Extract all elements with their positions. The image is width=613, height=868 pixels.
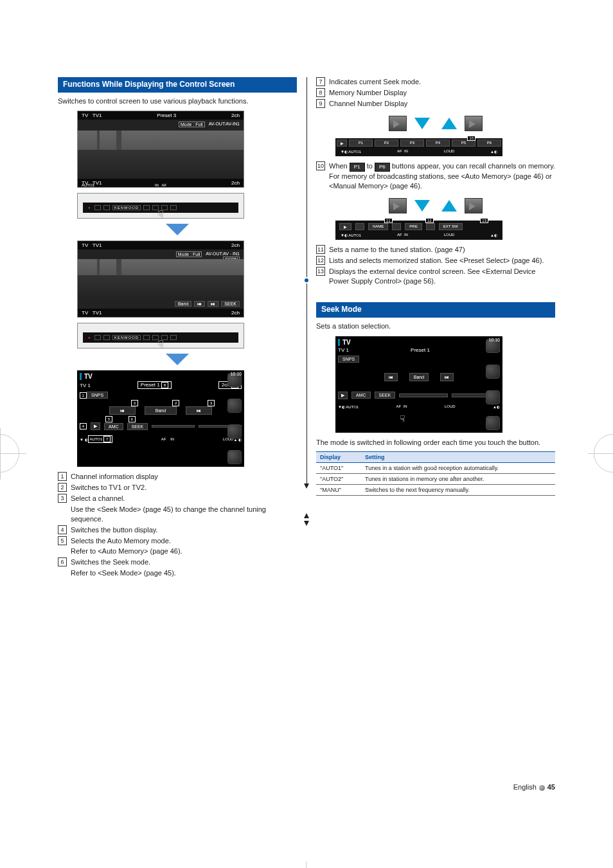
down-arrow-icon: [166, 224, 189, 235]
amc-button[interactable]: AMC: [104, 423, 123, 430]
crop-mark-left: [0, 434, 19, 473]
item-9: Channel Number Display: [329, 99, 407, 109]
preset-display: Preset 1 8: [138, 381, 172, 389]
shot1-mode: Mode : Full: [179, 122, 205, 127]
screenshot-control: 10:10 TV TV 1 Preset 1 8 2ch 9 1 SNPS: [77, 370, 244, 467]
item-5: Selects the Auto Memory mode.: [71, 536, 171, 546]
p6-button[interactable]: P6: [477, 140, 501, 147]
band-button[interactable]: Band: [175, 301, 191, 307]
intro-text: Switches to control screen to use variou…: [58, 96, 297, 106]
next-button[interactable]: ⏭: [440, 373, 454, 381]
device-strip-1: ● KENWOOD ☟: [77, 193, 244, 219]
name-button[interactable]: NAME: [368, 223, 388, 230]
p6-inline-button: P6: [375, 163, 390, 172]
shot1-avout: AV-OUT:AV-IN1: [209, 122, 240, 127]
snps-button[interactable]: SNPS: [87, 392, 108, 399]
p4-button[interactable]: P4: [426, 140, 450, 147]
band-button[interactable]: Band: [409, 373, 429, 381]
item-4: Switches the button display.: [71, 525, 158, 535]
touch-pointer-icon: ☟: [157, 208, 164, 221]
item-8: Memory Number Display: [329, 88, 407, 98]
prev-button[interactable]: ⏮: [384, 373, 398, 381]
item-13: Displays the external device control scr…: [329, 267, 555, 286]
touch-pointer-icon: ☟: [400, 413, 405, 424]
seek-intro: Sets a station selection.: [316, 321, 555, 331]
prev-button[interactable]: ⏮: [109, 406, 136, 415]
amc-button[interactable]: AMC: [351, 392, 371, 399]
p3-button[interactable]: P3: [400, 140, 424, 147]
shot1-tv1: TV1: [93, 113, 102, 118]
section-header-functions: Functions While Displaying the Control S…: [58, 77, 297, 93]
seek-mode-table: Display Setting "AUTO1"Tunes in a statio…: [316, 451, 555, 496]
screenshot-playback-1: TV TV1 Preset 3 2ch Mode : Full AV-OUT:A…: [77, 111, 244, 188]
down-arrow-icon: [166, 354, 189, 365]
next-button[interactable]: ⏭: [208, 301, 218, 307]
shot1-tv: TV: [82, 113, 88, 118]
item-7: Indicates current Seek mode.: [329, 77, 421, 87]
seek-outro: The mode is switched in following order …: [316, 438, 555, 448]
shot1-2ch: 2ch: [231, 113, 240, 118]
item-12: Lists and selects memorized station. See…: [329, 256, 544, 266]
item-3: Select a channel.: [71, 494, 125, 503]
snps-button[interactable]: SNPS: [338, 356, 359, 363]
table-header-display: Display: [316, 451, 361, 462]
prev-button[interactable]: ⏮: [194, 301, 205, 307]
crop-mark-right: [594, 434, 613, 473]
touch-pointer-icon: ☟: [157, 338, 164, 350]
page-footer: English45: [513, 783, 555, 791]
item-10: When P1 to P6 buttons appear, you can re…: [329, 161, 555, 191]
seek-button[interactable]: SEEK: [127, 423, 148, 430]
column-gutter-2: [305, 159, 308, 507]
table-row: "AUTO2"Tunes in stations in memory one a…: [316, 473, 555, 484]
extsw-button[interactable]: EXT SW: [439, 223, 463, 230]
p2-button[interactable]: P2: [375, 140, 398, 147]
right-column: 7Indicates current Seek mode. 8Memory Nu…: [316, 77, 555, 579]
table-row: "MANU"Switches to the next frequency man…: [316, 484, 555, 495]
section-header-seek: Seek Mode: [316, 302, 555, 318]
arrow-row-1: [316, 114, 555, 133]
item-6: Switches the Seek mode.: [71, 557, 150, 567]
shot1-preset: Preset 3: [157, 113, 176, 118]
side-icons: [227, 373, 242, 464]
screenshot-playback-2: TV TV1 2ch Mode : Full AV-OUT:AV - IN1 S…: [77, 240, 244, 318]
preset-strip: 10 ▶ P1 P2 P3 P4 P5 P6 ▼◐ AUTO1 AF IN LO…: [335, 138, 502, 156]
left-column: Functions While Displaying the Control S…: [58, 77, 297, 579]
item-11: Sets a name to the tuned station. (page …: [329, 245, 465, 255]
arrow-row-2: [316, 196, 555, 215]
seek-button[interactable]: SEEK: [375, 392, 396, 399]
item-1: Channel information display: [71, 472, 158, 482]
seek-button[interactable]: SEEK: [221, 301, 240, 307]
device-strip-2: ● KENWOOD ☟: [77, 323, 244, 348]
next-button[interactable]: ⏭: [186, 406, 212, 415]
table-row: "AUTO1"Tunes in a station with good rece…: [316, 462, 555, 473]
table-header-setting: Setting: [361, 451, 555, 462]
p1-button[interactable]: P1: [349, 140, 373, 147]
pre-button[interactable]: PRE: [405, 223, 422, 230]
item-2: Switches to TV1 or TV2.: [71, 483, 147, 493]
button-strip: 11 12 13 ▶ NAME PRE EXT SW ▼◐ AUTO1 AF I…: [335, 221, 502, 240]
screenshot-seek: 10:10 TV TV 1 Preset 1 2ch SNPS ⏮ Band: [335, 336, 502, 433]
band-button[interactable]: Band: [145, 406, 177, 415]
column-gutter-seek: [305, 513, 308, 526]
p1-inline-button: P1: [350, 163, 365, 172]
